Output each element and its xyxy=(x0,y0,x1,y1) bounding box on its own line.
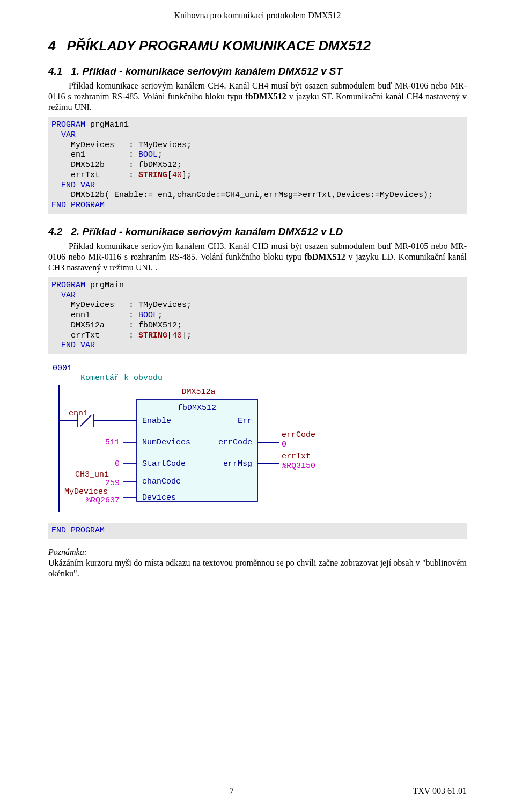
section-4-2-enum: 2. xyxy=(71,226,79,237)
ld-numdevices-val: 511 xyxy=(105,438,120,447)
note-label: Poznámka: xyxy=(48,547,87,557)
ld-pin-devices: Devices xyxy=(142,493,176,502)
section-4-1-num: 4.1 xyxy=(48,65,62,77)
code-token: prgMain xyxy=(85,281,124,290)
section-4-2-title: Příklad - komunikace seriovým kanálem DM… xyxy=(82,226,343,237)
ld-devices-src: MyDevices xyxy=(64,487,108,496)
ld-errcode-dst: errCode xyxy=(282,430,315,440)
ld-errcode-val: 0 xyxy=(282,440,286,449)
footer-spacer xyxy=(48,786,50,796)
ld-pin-errmsg: errMsg xyxy=(223,459,252,469)
code-token: END_VAR xyxy=(52,181,95,190)
header-rule xyxy=(48,23,467,23)
code-token: STRING xyxy=(138,331,167,340)
code-token: [ xyxy=(167,171,172,180)
section-4-2-num: 4.2 xyxy=(48,226,62,237)
ld-startcode-val: 0 xyxy=(115,459,120,469)
code-token: VAR xyxy=(52,291,76,300)
ld-pin-enable: Enable xyxy=(142,416,171,426)
ld-comment: Komentář k obvodu xyxy=(80,374,163,383)
code-token: DMX512b : fbDMX512; xyxy=(52,160,182,170)
code-token: MyDevices : TMyDevices; xyxy=(52,141,192,150)
code-token: DMX512a : fbDMX512; xyxy=(52,321,182,330)
code-token: PROGRAM xyxy=(52,120,85,129)
code-token: en1 : xyxy=(52,150,138,159)
section-4-1-enum: 1. xyxy=(71,65,79,77)
p-4-1-bold: fbDMX512 xyxy=(245,92,286,101)
ld-net-num: 0001 xyxy=(53,364,72,373)
code-token: BOOL xyxy=(138,311,158,320)
code-token: ]; xyxy=(182,331,192,340)
code-block-ld-decl: PROGRAM prgMain VAR MyDevices : TMyDevic… xyxy=(48,277,467,354)
p-4-2-bold: fbDMX512 xyxy=(304,252,345,261)
code-token: MyDevices : TMyDevices; xyxy=(52,301,192,310)
page-header: Knihovna pro komunikaci protokolem DMX51… xyxy=(48,11,467,20)
code-token: STRING xyxy=(138,171,167,180)
ld-devices-addr: %RQ2637 xyxy=(86,496,120,505)
code-token: BOOL xyxy=(138,150,158,159)
code-token: DMX512b( Enable:= en1,chanCode:=CH4_uni,… xyxy=(52,191,433,200)
code-token: ; xyxy=(158,311,163,320)
code-token: ; xyxy=(158,150,163,159)
ld-svg: 0001 Komentář k obvodu DMX512a fbDMX512 … xyxy=(48,362,370,517)
section-4-1-heading: 4.1 1. Příklad - komunikace seriovým kan… xyxy=(48,65,467,77)
ld-errmsg-dst: errTxt xyxy=(282,452,311,461)
note-paragraph: Poznámka: Ukázáním kurzoru myši do místa… xyxy=(48,547,467,579)
section-4-title: PŘÍKLADY PROGRAMU KOMUNIKACE DMX512 xyxy=(67,38,371,53)
code-token: 40 xyxy=(172,331,182,340)
code-block-endprogram: END_PROGRAM xyxy=(48,523,467,539)
ld-pin-chancode: chanCode xyxy=(142,477,181,486)
section-4-1-title: Příklad - komunikace seriovým kanálem DM… xyxy=(82,65,342,77)
ld-errmsg-addr: %RQ3150 xyxy=(282,462,315,471)
page-footer: 7 TXV 003 61.01 xyxy=(48,786,467,796)
ld-fb-type: fbDMX512 xyxy=(178,404,216,413)
ld-pin-startcode: StartCode xyxy=(142,459,186,469)
ladder-diagram: 0001 Komentář k obvodu DMX512a fbDMX512 … xyxy=(48,362,467,517)
section-4-num: 4 xyxy=(48,38,56,53)
ld-pin-errcode: errCode xyxy=(218,438,252,447)
ld-enn1: enn1 xyxy=(69,409,88,418)
ld-instance: DMX512a xyxy=(181,387,215,397)
code-token: END_PROGRAM xyxy=(52,526,105,535)
code-token: VAR xyxy=(52,130,76,140)
footer-doc-number: TXV 003 61.01 xyxy=(413,786,467,796)
ld-pin-err: Err xyxy=(238,416,252,426)
code-token: END_PROGRAM xyxy=(52,201,105,210)
section-4-1-paragraph: Příklad komunikace seriovým kanálem CH4.… xyxy=(48,81,467,113)
code-token: END_VAR xyxy=(52,341,95,350)
code-token: errTxt : xyxy=(52,331,138,340)
section-4-2-heading: 4.2 2. Příklad - komunikace seriovým kan… xyxy=(48,226,467,238)
ld-chancode-val: 259 xyxy=(105,479,120,488)
code-token: enn1 : xyxy=(52,311,138,320)
footer-page-number: 7 xyxy=(230,786,234,796)
code-token: [ xyxy=(167,331,172,340)
code-token: 40 xyxy=(172,171,182,180)
ld-pin-numdevices: NumDevices xyxy=(142,438,190,447)
note-text: Ukázáním kurzoru myši do místa odkazu na… xyxy=(48,558,467,578)
code-token: prgMain1 xyxy=(85,120,129,129)
code-token: PROGRAM xyxy=(52,281,85,290)
code-block-st: PROGRAM prgMain1 VAR MyDevices : TMyDevi… xyxy=(48,117,467,214)
section-4-heading: 4 PŘÍKLADY PROGRAMU KOMUNIKACE DMX512 xyxy=(48,38,467,54)
ld-chancode-src: CH3_uni xyxy=(75,470,109,479)
code-token: errTxt : xyxy=(52,171,138,180)
section-4-2-paragraph: Příklad komunikace seriovým kanálem CH3.… xyxy=(48,241,467,273)
code-token: ]; xyxy=(182,171,192,180)
